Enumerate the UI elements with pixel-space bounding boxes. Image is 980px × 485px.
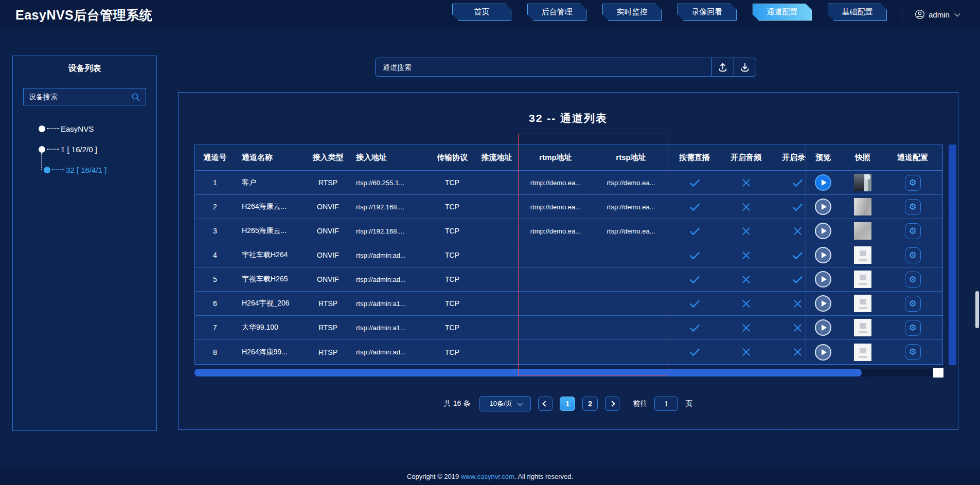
cell-channel-id: 8 (195, 340, 235, 364)
cell-rtsp-address (593, 292, 669, 315)
nav-tab-首页[interactable]: 首页 (452, 4, 511, 21)
preview-play-button[interactable] (815, 344, 831, 361)
channel-config-button[interactable]: ⚙ (905, 344, 921, 360)
channel-table: 通道号通道名称接入类型接入地址传输协议推流地址rtmp地址rtsp地址按需直播开… (194, 145, 943, 365)
preview-play-button[interactable] (815, 223, 831, 239)
gear-icon: ⚙ (908, 251, 916, 260)
chevron-down-icon (518, 401, 523, 406)
table-vertical-scrollbar[interactable] (949, 145, 956, 365)
check-icon[interactable] (689, 225, 701, 237)
cross-icon[interactable] (741, 347, 752, 357)
channel-config-button[interactable]: ⚙ (905, 296, 921, 312)
nav-tab-录像回看[interactable]: 录像回看 (678, 4, 737, 21)
preview-play-button[interactable] (815, 174, 831, 191)
tree-dotted-line (47, 149, 59, 150)
channel-config-button[interactable]: ⚙ (905, 272, 921, 288)
check-icon[interactable] (689, 298, 701, 310)
cell-access-type: ONVIF (303, 195, 353, 219)
cross-icon[interactable] (741, 250, 752, 261)
nav-tab-后台管理[interactable]: 后台管理 (527, 4, 586, 21)
cell-access-address: rtsp://admin:ad... (353, 267, 429, 291)
preview-play-button[interactable] (815, 199, 831, 215)
channel-config-button[interactable]: ⚙ (905, 247, 921, 263)
column-header: rtsp地址 (593, 145, 669, 170)
search-icon[interactable] (131, 92, 140, 102)
gear-icon: ⚙ (908, 178, 916, 187)
preview-play-button[interactable] (815, 319, 831, 336)
snapshot-thumbnail[interactable] (854, 198, 871, 215)
snapshot-thumbnail[interactable] (854, 271, 871, 288)
nav-tab-基础配置[interactable]: 基础配置 (828, 4, 887, 21)
cell-live-toggle (669, 316, 720, 339)
cross-icon[interactable] (792, 298, 803, 309)
snapshot-thumbnail[interactable] (854, 344, 871, 361)
tree-item[interactable]: EasyNVS (13, 118, 156, 139)
cell-record-toggle (772, 195, 806, 219)
cross-icon[interactable] (741, 226, 752, 237)
cell-live-toggle (669, 292, 720, 315)
check-icon[interactable] (792, 177, 804, 189)
check-icon[interactable] (792, 274, 804, 285)
next-page-button[interactable] (605, 397, 619, 411)
page-button-2[interactable]: 2 (582, 397, 598, 411)
check-icon[interactable] (689, 274, 701, 285)
cross-icon[interactable] (741, 274, 752, 285)
tree-item[interactable]: 1 [ 16/2/0 ] (13, 139, 156, 159)
cross-icon[interactable] (741, 202, 752, 212)
page-size-select[interactable]: 10条/页 (479, 396, 531, 411)
channel-config-button[interactable]: ⚙ (905, 199, 921, 215)
download-button[interactable] (734, 58, 756, 76)
snapshot-thumbnail[interactable] (854, 319, 871, 336)
channel-config-button[interactable]: ⚙ (905, 223, 921, 239)
cross-icon[interactable] (792, 322, 803, 333)
check-icon[interactable] (792, 249, 804, 261)
snapshot-thumbnail[interactable] (854, 295, 871, 312)
cell-channel-id: 4 (195, 243, 235, 267)
cell-protocol: TCP (429, 195, 475, 219)
cell-push-address (475, 292, 518, 315)
snapshot-thumbnail[interactable] (854, 174, 871, 191)
gear-icon: ⚙ (908, 203, 916, 211)
check-icon[interactable] (792, 201, 804, 213)
channel-search-input[interactable] (376, 58, 711, 76)
cell-rtmp-address: rtmp://demo.ea... (518, 195, 593, 219)
preview-play-button[interactable] (815, 295, 831, 312)
device-search-input[interactable] (29, 93, 131, 101)
page-scrollbar-thumb[interactable] (975, 291, 979, 328)
chevron-down-icon (954, 11, 960, 16)
table-row: 5 宇视车载H265 ONVIF rtsp://admin:ad... TCP … (195, 267, 942, 292)
preview-play-button[interactable] (815, 271, 831, 288)
preview-play-button[interactable] (815, 247, 831, 263)
channel-config-button[interactable]: ⚙ (905, 320, 921, 336)
nav-tab-label: 通道配置 (767, 7, 798, 17)
cross-icon[interactable] (792, 347, 803, 357)
easynvr-link[interactable]: www.easynvr.com (461, 473, 514, 480)
page-button-1[interactable]: 1 (560, 397, 575, 411)
cross-icon[interactable] (741, 322, 752, 333)
check-icon[interactable] (689, 249, 701, 261)
nav-tab-label: 后台管理 (542, 7, 573, 17)
check-icon[interactable] (689, 177, 701, 189)
gear-icon: ⚙ (908, 348, 916, 356)
nav-tab-通道配置[interactable]: 通道配置 (753, 4, 812, 21)
check-icon[interactable] (689, 201, 701, 213)
goto-page-input[interactable] (654, 397, 678, 411)
cross-icon[interactable] (741, 177, 752, 188)
upload-button[interactable] (711, 58, 734, 76)
nav-tab-实时监控[interactable]: 实时监控 (602, 4, 662, 21)
horizontal-scrollbar-thumb[interactable] (194, 369, 862, 376)
cell-live-toggle (669, 171, 720, 194)
cross-icon[interactable] (792, 226, 803, 237)
prev-page-button[interactable] (538, 397, 553, 411)
cell-channel-name: H265海康云... (235, 219, 303, 243)
user-menu[interactable]: admin (915, 7, 959, 22)
snapshot-thumbnail[interactable] (854, 222, 871, 240)
cross-icon[interactable] (741, 298, 752, 309)
check-icon[interactable] (689, 346, 701, 358)
check-icon[interactable] (689, 322, 701, 334)
tree-item[interactable]: 32 [ 16/4/1 ] (13, 159, 156, 180)
snapshot-thumbnail[interactable] (854, 246, 871, 264)
channel-config-button[interactable]: ⚙ (905, 175, 921, 191)
cell-protocol: TCP (429, 267, 475, 291)
cell-push-address (475, 219, 518, 243)
